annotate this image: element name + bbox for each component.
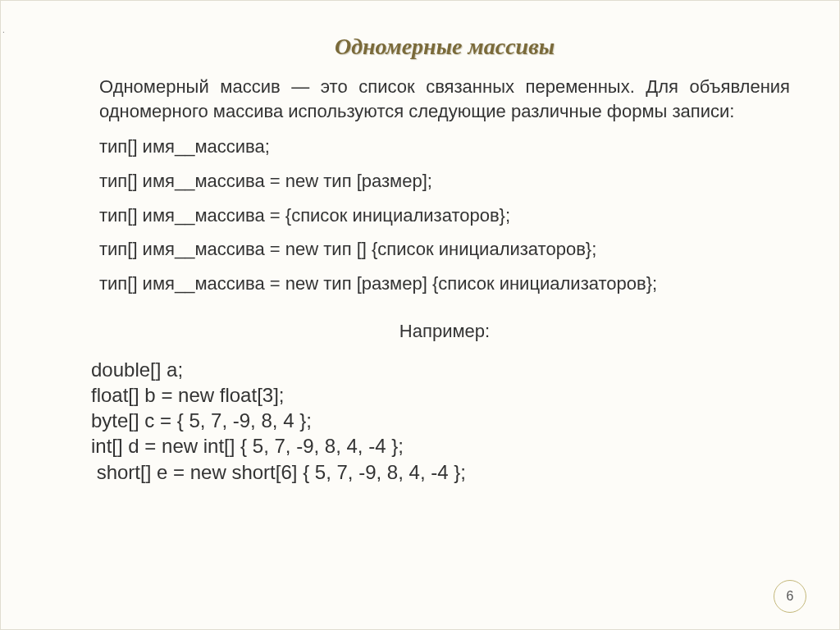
code-line: float[] b = new float[3]; xyxy=(91,382,790,408)
syntax-line: тип[] имя__массива = new тип [] {список … xyxy=(99,237,790,262)
syntax-line: тип[] имя__массива; xyxy=(99,135,790,159)
slide-content: Одномерные массивы Одномерный массив — э… xyxy=(1,1,839,509)
code-line: int[] d = new int[] { 5, 7, -9, 8, 4, -4… xyxy=(91,433,790,459)
slide-title: Одномерные массивы xyxy=(99,34,790,60)
syntax-line: тип[] имя__массива = {список инициализат… xyxy=(99,203,790,228)
intro-paragraph: Одномерный массив — это список связанных… xyxy=(99,75,790,123)
code-line: double[] a; xyxy=(91,357,790,382)
syntax-line: тип[] имя__массива = new тип [размер]; xyxy=(99,169,790,194)
page-number: 6 xyxy=(774,580,806,613)
code-line: short[] e = new short[6] { 5, 7, -9, 8, … xyxy=(91,459,790,485)
edge-marker: . xyxy=(2,25,5,34)
syntax-line: тип[] имя__массива = new тип [размер] {с… xyxy=(99,272,790,296)
code-block: double[] a; float[] b = new float[3]; by… xyxy=(91,357,790,485)
code-line: byte[] c = { 5, 7, -9, 8, 4 }; xyxy=(91,408,790,433)
example-label: Например: xyxy=(99,321,790,342)
